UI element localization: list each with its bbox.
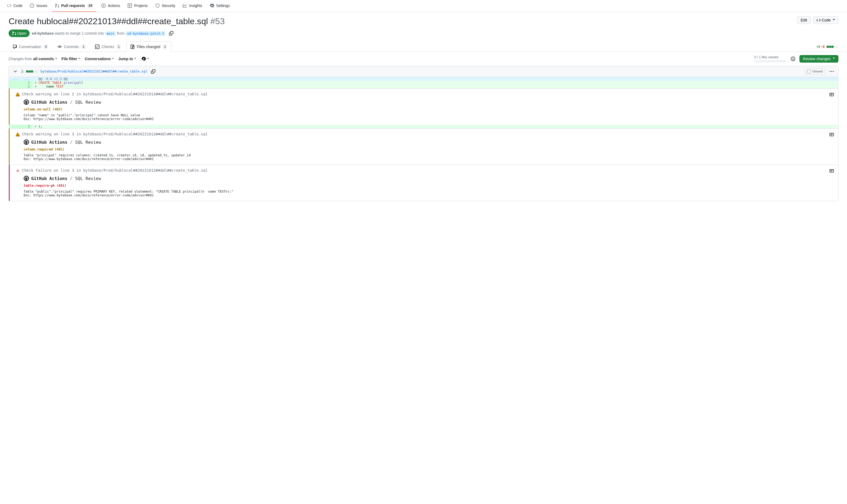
diff-deletions: −0 — [821, 45, 825, 49]
triangle-down-icon — [78, 58, 80, 60]
tab-checks[interactable]: Checks 1 — [91, 41, 125, 52]
annotation-message: Table "principal" requires columns: crea… — [24, 154, 834, 161]
file-diff-icon — [130, 44, 134, 49]
mark-github-icon — [24, 177, 28, 180]
pr-author[interactable]: ed-bytebase — [32, 31, 54, 35]
tab-issues-label: Issues — [36, 3, 47, 8]
copy-path-button[interactable] — [150, 68, 157, 75]
conversations-menu[interactable]: Conversations — [85, 57, 114, 61]
tab-actions[interactable]: Actions — [98, 0, 123, 12]
new-line-number[interactable]: 2 — [21, 85, 33, 88]
edit-button[interactable]: Edit — [797, 16, 810, 24]
file-diffstat — [26, 70, 38, 73]
annotation-check-name[interactable]: SQL Review — [75, 140, 101, 145]
annotation-row: Check warning on line 3 in bytebase/Prod… — [9, 128, 838, 165]
annotation-menu-button[interactable] — [828, 131, 835, 138]
viewed-checkbox[interactable] — [807, 70, 811, 73]
head-branch[interactable]: ed-bytebase-patch-2 — [126, 31, 165, 36]
tab-conversation-label: Conversation — [19, 44, 41, 49]
tab-checks-label: Checks — [102, 44, 114, 49]
tab-code-label: Code — [14, 3, 22, 8]
diff-line-code: ); — [38, 125, 838, 128]
file-filter-menu[interactable]: File filter — [61, 57, 80, 61]
file-menu-button[interactable] — [828, 68, 835, 75]
files-viewed: 0 / 1 files viewed — [754, 55, 787, 62]
diff-toolbar: Changes from all commits File filter Con… — [0, 52, 847, 66]
commits-count: 1 — [81, 44, 86, 49]
pr-header: Create hublocal##20221013##ddl##create_t… — [0, 12, 847, 37]
code-button[interactable]: Code — [813, 16, 839, 24]
info-icon — [791, 57, 795, 61]
pr-number: #53 — [211, 16, 224, 26]
viewed-toggle[interactable]: Viewed — [805, 68, 825, 75]
tab-commits[interactable]: Commits 1 — [53, 41, 90, 52]
tab-projects[interactable]: Projects — [125, 0, 150, 12]
tab-code[interactable]: Code — [4, 0, 25, 12]
git-pull-request-icon — [12, 31, 16, 35]
tab-pull-requests[interactable]: Pull requests 24 — [52, 0, 96, 12]
note-icon — [830, 92, 834, 97]
table-icon — [128, 3, 132, 8]
pr-title: Create hublocal##20221013##ddl##create_t… — [8, 16, 224, 26]
tab-issues[interactable]: Issues — [27, 0, 50, 12]
tab-pull-requests-label: Pull requests — [61, 3, 85, 8]
github-actions-avatar — [24, 100, 29, 105]
note-icon — [830, 132, 834, 137]
file-collapse-toggle[interactable] — [12, 68, 19, 75]
old-line-number[interactable] — [9, 85, 21, 88]
diff-line: 2 + name TEXT — [9, 85, 838, 88]
pr-title-text: Create hublocal##20221013##ddl##create_t… — [8, 16, 208, 26]
annotation-check-name[interactable]: SQL Review — [75, 176, 101, 181]
graph-icon — [183, 3, 187, 8]
repo-nav: Code Issues Pull requests 24 Actions Pro… — [0, 0, 847, 12]
tab-conversation[interactable]: Conversation 0 — [8, 41, 52, 52]
annotation-menu-button[interactable] — [828, 91, 835, 98]
gear-icon — [210, 3, 214, 8]
annotation-row: Check warning on line 2 in bytebase/Prod… — [9, 88, 838, 125]
diff-settings-button[interactable] — [141, 56, 150, 62]
triangle-down-icon — [134, 58, 136, 60]
diff-line-code: name TEXT — [38, 85, 838, 88]
file-diff: 3 bytebase/Prod/hublocal##20221013##ddl#… — [8, 66, 839, 201]
annotation-check-name[interactable]: SQL Review — [75, 100, 101, 105]
tab-files-changed[interactable]: Files changed 1 — [126, 41, 172, 52]
new-line-number[interactable]: 3 — [21, 125, 33, 128]
pr-header-actions: Edit Code — [797, 16, 839, 24]
pr-meta: Open ed-bytebase wants to merge 1 commit… — [8, 30, 839, 37]
pull-requests-count: 24 — [87, 3, 94, 8]
expand-up-button[interactable]: ... — [9, 77, 21, 81]
chevron-down-icon — [13, 69, 17, 74]
tab-insights[interactable]: Insights — [180, 0, 205, 12]
hunk-header-row: ... ... @@ -0,0 +1,3 @@ — [9, 77, 838, 81]
files-viewed-info[interactable] — [791, 57, 795, 61]
review-changes-button[interactable]: Review changes — [799, 55, 839, 62]
annotation-app-name[interactable]: GitHub Actions — [31, 176, 68, 181]
jump-to-menu[interactable]: Jump to — [118, 57, 136, 61]
pr-tabnav: Conversation 0 Commits 1 Checks 1 Files … — [0, 41, 847, 52]
triangle-down-icon — [112, 58, 114, 60]
check-annotation: Check warning on line 3 in bytebase/Prod… — [9, 128, 838, 165]
new-line-number[interactable]: 1 — [21, 81, 33, 85]
files-viewed-label: 0 / 1 files viewed — [754, 55, 787, 59]
annotation-app-name[interactable]: GitHub Actions — [31, 100, 68, 105]
changes-from-menu[interactable]: Changes from all commits — [8, 57, 57, 61]
base-branch[interactable]: main — [105, 31, 116, 36]
tab-security[interactable]: Security — [152, 0, 178, 12]
mark-github-icon — [24, 140, 28, 144]
old-line-number[interactable] — [9, 81, 21, 85]
checks-count: 1 — [116, 44, 122, 49]
code-icon — [7, 3, 11, 8]
gear-icon — [142, 57, 146, 61]
checklist-icon — [95, 44, 100, 49]
tab-settings[interactable]: Settings — [207, 0, 233, 12]
annotation-menu-button[interactable] — [828, 168, 835, 174]
file-path[interactable]: bytebase/Prod/hublocal##20221013##ddl##c… — [40, 70, 147, 73]
copy-icon — [151, 69, 155, 74]
kebab-horizontal-icon — [830, 69, 834, 74]
copy-branch-button[interactable] — [168, 30, 175, 37]
old-line-number[interactable] — [9, 125, 21, 128]
annotation-row: Check failure on line 3 in bytebase/Prod… — [9, 165, 838, 201]
play-icon — [101, 3, 106, 8]
expand-down-button[interactable]: ... — [21, 77, 33, 81]
annotation-app-name[interactable]: GitHub Actions — [31, 140, 68, 145]
